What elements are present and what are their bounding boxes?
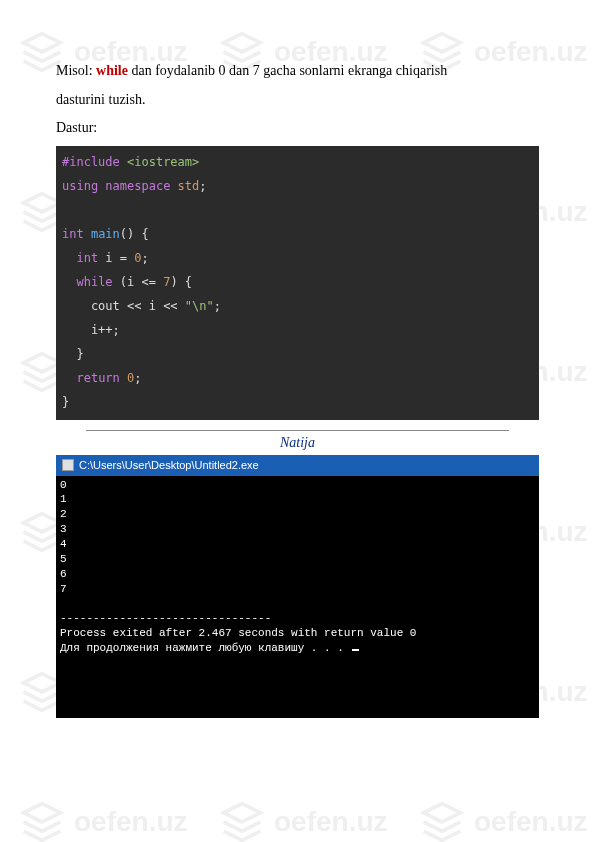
console-output-line: 3 xyxy=(60,523,67,535)
console-output-line: 6 xyxy=(60,568,67,580)
dastur-label: Dastur: xyxy=(56,115,539,142)
console-window: C:\Users\User\Desktop\Untitled2.exe 0 1 … xyxy=(56,455,539,718)
watermark-text: oefen.uz xyxy=(74,806,188,838)
code-line: } xyxy=(62,390,533,414)
code-line: return 0; xyxy=(62,366,533,390)
console-output-line: 1 xyxy=(60,493,67,505)
console-process-line: Process exited after 2.467 seconds with … xyxy=(60,627,416,639)
cursor-icon xyxy=(352,649,359,651)
console-output-line: 7 xyxy=(60,583,67,595)
watermark-text: oefen.uz xyxy=(474,806,588,838)
while-keyword: while xyxy=(96,63,128,78)
console-output-line: 4 xyxy=(60,538,67,550)
svg-marker-17 xyxy=(424,804,461,822)
intro-line-2: dasturini tuzish. xyxy=(56,87,539,114)
page-content: Misol: while dan foydalanib 0 dan 7 gach… xyxy=(0,0,595,718)
code-line: int i = 0; xyxy=(62,246,533,270)
stack-icon xyxy=(220,800,264,842)
console-press-line: Для продолжения нажмите любую клавишу . … xyxy=(60,642,350,654)
watermark-text: oefen.uz xyxy=(274,806,388,838)
console-titlebar: C:\Users\User\Desktop\Untitled2.exe xyxy=(56,455,539,476)
svg-marker-16 xyxy=(224,804,261,822)
code-line: i++; xyxy=(62,318,533,342)
separator xyxy=(86,430,509,431)
code-line: int main() { xyxy=(62,222,533,246)
console-separator: -------------------------------- xyxy=(60,612,271,624)
intro-rest: dan foydalanib 0 dan 7 gacha sonlarni ek… xyxy=(128,63,447,78)
code-block: #include <iostream> using namespace std;… xyxy=(56,146,539,420)
console-output-line: 5 xyxy=(60,553,67,565)
code-line: } xyxy=(62,342,533,366)
intro-line-1: Misol: while dan foydalanib 0 dan 7 gach… xyxy=(56,58,539,85)
code-line: using namespace std; xyxy=(62,174,533,198)
code-line: #include <iostream> xyxy=(62,150,533,174)
console-icon xyxy=(62,459,74,471)
stack-icon xyxy=(420,800,464,842)
result-label: Natija xyxy=(56,435,539,451)
code-line: cout << i << "\n"; xyxy=(62,294,533,318)
console-body: 0 1 2 3 4 5 6 7 ------------------------… xyxy=(56,476,539,658)
console-output-line: 0 xyxy=(60,479,67,491)
console-title-text: C:\Users\User\Desktop\Untitled2.exe xyxy=(79,458,259,473)
intro-prefix: Misol: xyxy=(56,63,96,78)
svg-marker-15 xyxy=(24,804,61,822)
code-line xyxy=(62,198,533,222)
console-output-line: 2 xyxy=(60,508,67,520)
stack-icon xyxy=(20,800,64,842)
code-line: while (i <= 7) { xyxy=(62,270,533,294)
